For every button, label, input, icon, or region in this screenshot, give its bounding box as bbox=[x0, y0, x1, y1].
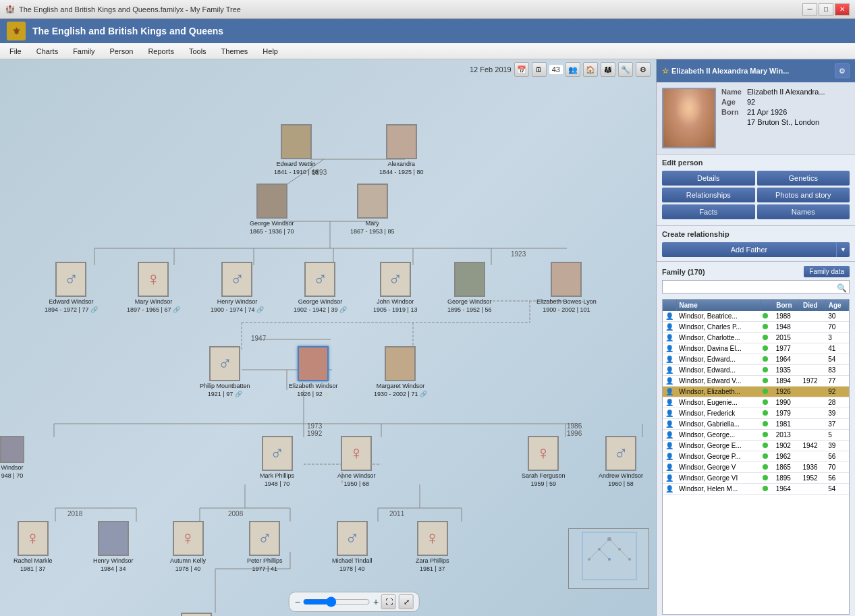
add-father-dropdown[interactable]: ▼ bbox=[836, 242, 850, 257]
minimap[interactable] bbox=[568, 528, 649, 589]
zoom-slider[interactable] bbox=[303, 596, 370, 607]
table-row[interactable]: 👤 Windsor, George E... 1902 1942 39 bbox=[663, 441, 849, 451]
member-born: 1865 bbox=[773, 462, 800, 473]
table-row[interactable]: 👤 Windsor, Davina El... 1977 41 bbox=[663, 343, 849, 354]
member-born: 1935 bbox=[773, 365, 800, 376]
node-elizabeth-ii[interactable]: Elizabeth Windsor1926 | 92 ☆ bbox=[289, 346, 338, 398]
node-henry-windsor[interactable]: ♂ Henry Windsor1900 - 1974 | 74 🔗 bbox=[211, 262, 264, 314]
node-john-windsor[interactable]: ♂ John Windsor1905 - 1919 | 13 bbox=[373, 262, 417, 314]
node-george-vi-child[interactable]: ♂ George Windsor1902 - 1942 | 39 🔗 bbox=[294, 262, 347, 314]
menu-themes[interactable]: Themes bbox=[215, 46, 255, 57]
node-savannah-phillips[interactable]: ♀ Savannah Phillips2010 | 8 bbox=[172, 613, 221, 616]
menu-person[interactable]: Person bbox=[103, 46, 140, 57]
minimize-button[interactable]: ─ bbox=[802, 3, 817, 16]
node-autumn-kelly[interactable]: ♀ Autumn Kelly1978 | 40 bbox=[170, 521, 206, 573]
table-row[interactable]: 👤 Windsor, Gabriella... 1981 37 bbox=[663, 419, 849, 430]
node-henry-windsor2[interactable]: Henry Windsor1984 | 34 bbox=[93, 521, 134, 573]
table-row[interactable]: 👤 Windsor, Elizabeth... 1926 92 bbox=[663, 387, 849, 397]
details-button[interactable]: Details bbox=[662, 171, 755, 186]
table-row[interactable]: 👤 Windsor, George... 2013 5 bbox=[663, 430, 849, 441]
table-row[interactable]: 👤 Windsor, Helen M... 1964 54 bbox=[663, 484, 849, 495]
menu-file[interactable]: File bbox=[3, 46, 28, 57]
menu-help[interactable]: Help bbox=[256, 46, 285, 57]
table-row[interactable]: 👤 Windsor, Frederick 1979 39 bbox=[663, 408, 849, 419]
node-rachel-markle[interactable]: ♀ Rachel Markle1981 | 37 bbox=[13, 521, 53, 573]
add-father-button[interactable]: Add Father bbox=[662, 242, 836, 257]
tools-icon[interactable]: 🔧 bbox=[618, 62, 633, 77]
node-mark-phillips[interactable]: ♂ Mark Phillips1948 | 70 bbox=[260, 436, 294, 488]
genetics-button[interactable]: Genetics bbox=[757, 171, 850, 186]
member-born: 1977 bbox=[773, 343, 800, 354]
member-died bbox=[800, 430, 825, 441]
node-elizabeth-bowes[interactable]: Elizabeth Bowes-Lyon1900 - 2002 | 101 bbox=[536, 262, 597, 314]
member-died bbox=[800, 311, 825, 322]
create-relationship-title: Create relationship bbox=[662, 230, 850, 238]
node-zara-phillips[interactable]: ♀ Zara Phillips1981 | 37 bbox=[416, 521, 449, 573]
family-table[interactable]: Name Born Died Age 👤 Windsor, Beatrice..… bbox=[662, 299, 850, 615]
member-age: 83 bbox=[825, 365, 848, 376]
node-mary-windsor[interactable]: ♀ Mary Windsor1897 - 1965 | 67 🔗 bbox=[127, 262, 180, 314]
table-row[interactable]: 👤 Windsor, George VI 1895 1952 56 bbox=[663, 473, 849, 484]
node-anne-windsor[interactable]: ♀ Anne Windsor1950 | 68 bbox=[337, 436, 376, 488]
node-windsor-left[interactable]: Windsor948 | 70 bbox=[0, 436, 24, 480]
zoom-out-button[interactable]: − bbox=[295, 596, 300, 607]
family-data-button[interactable]: Family data bbox=[804, 266, 850, 277]
fit-view-button[interactable]: ⛶ bbox=[381, 594, 396, 609]
zoom-in-button[interactable]: + bbox=[373, 596, 379, 607]
table-row[interactable]: 👤 Windsor, Charlotte... 2015 3 bbox=[663, 333, 849, 343]
photos-story-button[interactable]: Photos and story bbox=[757, 188, 850, 202]
node-alexandra[interactable]: Alexandra1844 - 1925 | 80 bbox=[379, 124, 423, 176]
node-edward-wettin[interactable]: Edward Wettin1841 - 1910 | 68 bbox=[274, 124, 318, 176]
member-name: Windsor, Helen M... bbox=[676, 484, 760, 495]
member-indicator bbox=[760, 387, 773, 397]
node-michael-tindall[interactable]: ♂ Michael Tindall1978 | 40 bbox=[332, 521, 373, 573]
calendar2-icon[interactable]: 🗓 bbox=[532, 62, 547, 77]
family-search-input[interactable] bbox=[662, 280, 850, 293]
node-peter-phillips[interactable]: ♂ Peter Phillips1977 | 41 bbox=[247, 521, 283, 573]
node-edward-windsor[interactable]: ♂ Edward Windsor1894 - 1972 | 77 🔗 bbox=[45, 262, 98, 314]
calendar-icon[interactable]: 📅 bbox=[514, 62, 529, 77]
menu-charts[interactable]: Charts bbox=[30, 46, 65, 57]
facts-button[interactable]: Facts bbox=[662, 204, 755, 219]
menu-reports[interactable]: Reports bbox=[141, 46, 181, 57]
table-row[interactable]: 👤 Windsor, Eugenie... 1990 28 bbox=[663, 397, 849, 408]
member-born: 1988 bbox=[773, 311, 800, 322]
table-row[interactable]: 👤 Windsor, Charles P... 1948 70 bbox=[663, 322, 849, 333]
node-george-v[interactable]: George Windsor1865 - 1936 | 70 bbox=[250, 184, 294, 235]
expand-button[interactable]: ⤢ bbox=[399, 594, 414, 609]
table-row[interactable]: 👤 Windsor, Edward... 1935 83 bbox=[663, 365, 849, 376]
node-george-vi-photo[interactable]: George Windsor1895 - 1952 | 56 bbox=[447, 262, 492, 314]
year-label-1973: 1973 bbox=[307, 422, 322, 430]
table-row[interactable]: 👤 Windsor, Edward V... 1894 1972 77 bbox=[663, 376, 849, 387]
node-margaret[interactable]: Margaret Windsor1930 - 2002 | 71 🔗 bbox=[374, 346, 427, 398]
people-icon[interactable]: 👥 bbox=[566, 62, 580, 77]
menu-family[interactable]: Family bbox=[66, 46, 101, 57]
member-name: Windsor, Charlotte... bbox=[676, 333, 760, 343]
family-search-wrap: 🔍 bbox=[662, 280, 850, 296]
group-icon[interactable]: 👨‍👩‍👧 bbox=[601, 62, 615, 77]
node-sarah-ferguson[interactable]: ♀ Sarah Ferguson1959 | 59 bbox=[522, 436, 566, 488]
home-icon[interactable]: 🏠 bbox=[583, 62, 598, 77]
table-row[interactable]: 👤 Windsor, George V 1865 1936 70 bbox=[663, 462, 849, 473]
table-row[interactable]: 👤 Windsor, George P... 1962 56 bbox=[663, 451, 849, 462]
member-name: Windsor, Elizabeth... bbox=[676, 387, 760, 397]
table-row[interactable]: 👤 Windsor, Beatrice... 1988 30 bbox=[663, 311, 849, 322]
favorite-star-icon[interactable]: ☆ bbox=[662, 67, 669, 76]
member-died bbox=[800, 365, 825, 376]
table-row[interactable]: 👤 Windsor, Edward... 1964 54 bbox=[663, 354, 849, 365]
family-tree-area[interactable]: 12 Feb 2019 📅 🗓 43 👥 🏠 👨‍👩‍👧 🔧 ⚙ bbox=[0, 59, 656, 616]
node-philip[interactable]: ♂ Philip Mountbatten1921 | 97 🔗 bbox=[200, 346, 250, 398]
person-icon-cell: 👤 bbox=[663, 365, 676, 376]
maximize-button[interactable]: □ bbox=[819, 3, 833, 16]
settings-icon[interactable]: ⚙ bbox=[636, 62, 651, 77]
names-button[interactable]: Names bbox=[757, 204, 850, 219]
menu-tools[interactable]: Tools bbox=[182, 46, 213, 57]
close-button[interactable]: ✕ bbox=[835, 3, 850, 16]
node-andrew-windsor[interactable]: ♂ Andrew Windsor1960 | 58 bbox=[599, 436, 643, 488]
person-address: 17 Bruton St., London bbox=[747, 118, 819, 126]
relationships-button[interactable]: Relationships bbox=[662, 188, 755, 202]
person-settings-icon[interactable]: ⚙ bbox=[835, 63, 850, 78]
node-mary-v[interactable]: Mary1867 - 1953 | 85 bbox=[350, 184, 394, 235]
member-age: 30 bbox=[825, 311, 848, 322]
edit-person-section: Edit person Details Genetics Relationshi… bbox=[657, 155, 855, 226]
